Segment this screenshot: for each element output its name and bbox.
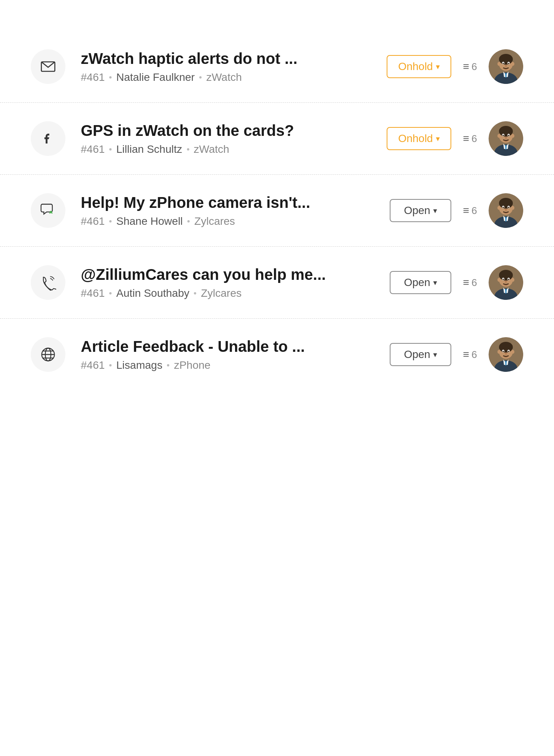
status-badge[interactable]: Onhold ▾ (387, 55, 451, 78)
svg-point-48 (511, 278, 514, 282)
meta-dot-1 (109, 148, 112, 151)
list-icon: ≡ (463, 276, 469, 289)
svg-point-35 (511, 206, 514, 210)
meta-dot-1 (109, 76, 112, 79)
status-badge[interactable]: Open ▾ (390, 199, 451, 222)
ticket-meta: #461 Shane Howell Zylcares (81, 215, 374, 227)
count-value: 6 (472, 61, 477, 73)
avatar (489, 265, 523, 300)
web-icon (31, 337, 65, 372)
svg-point-7 (497, 62, 501, 66)
ticket-assignee: Lisamags (116, 359, 162, 371)
count-value: 6 (472, 349, 477, 361)
ticket-count: ≡ 6 (463, 276, 477, 289)
avatar (489, 121, 523, 156)
ticket-actions: Onhold ▾ ≡ 6 (387, 49, 523, 84)
ticket-id: #461 (81, 287, 105, 299)
ticket-title: zWatch haptic alerts do not ... (81, 50, 371, 67)
status-label: Onhold (398, 60, 433, 73)
meta-dot-2 (187, 220, 190, 222)
meta-dot-2 (199, 76, 202, 79)
ticket-id: #461 (81, 359, 105, 371)
ticket-count: ≡ 6 (463, 204, 477, 217)
ticket-content: zWatch haptic alerts do not ... #461 Nat… (81, 50, 371, 84)
status-badge[interactable]: Open ▾ (390, 271, 451, 294)
ticket-item-1[interactable]: zWatch haptic alerts do not ... #461 Nat… (0, 31, 554, 103)
ticket-content: Article Feedback - Unable to ... #461 Li… (81, 338, 374, 371)
ticket-actions: Onhold ▾ ≡ 6 (387, 121, 523, 156)
ticket-brand: Zylcares (201, 287, 242, 299)
ticket-meta: #461 Autin Southaby Zylcares (81, 287, 374, 299)
svg-point-52 (508, 279, 509, 280)
avatar (489, 49, 523, 84)
meta-dot-1 (109, 292, 112, 294)
facebook-icon (31, 121, 65, 156)
list-icon: ≡ (463, 348, 469, 361)
svg-point-20 (497, 134, 501, 138)
ticket-brand: zPhone (174, 359, 210, 371)
count-value: 6 (472, 277, 477, 289)
svg-point-47 (497, 278, 501, 282)
svg-point-51 (502, 279, 504, 280)
ticket-meta: #461 Natalie Faulkner zWatch (81, 71, 371, 84)
svg-point-30 (499, 198, 513, 209)
ticket-meta: #461 Lisamags zPhone (81, 359, 374, 371)
svg-point-21 (511, 134, 514, 138)
ticket-title: Help! My zPhone camera isn't... (81, 194, 374, 211)
status-badge[interactable]: Onhold ▾ (387, 127, 451, 150)
svg-point-61 (499, 342, 513, 353)
count-value: 6 (472, 133, 477, 145)
chevron-down-icon: ▾ (436, 134, 440, 143)
svg-point-69 (502, 351, 504, 352)
ticket-assignee: Natalie Faulkner (116, 71, 195, 84)
ticket-content: Help! My zPhone camera isn't... #461 Sha… (81, 194, 374, 227)
list-icon: ≡ (463, 204, 469, 217)
ticket-id: #461 (81, 71, 105, 84)
svg-point-8 (511, 62, 514, 66)
ticket-content: @ZilliumCares can you help me... #461 Au… (81, 266, 374, 299)
ticket-actions: Open ▾ ≡ 6 (390, 193, 523, 228)
ticket-brand: zWatch (194, 143, 229, 156)
ticket-actions: Open ▾ ≡ 6 (390, 265, 523, 300)
ticket-count: ≡ 6 (463, 348, 477, 361)
chevron-down-icon: ▾ (436, 62, 440, 71)
ticket-item-5[interactable]: Article Feedback - Unable to ... #461 Li… (0, 319, 554, 390)
chevron-down-icon: ▾ (433, 206, 437, 215)
status-badge[interactable]: Open ▾ (390, 343, 451, 366)
ticket-item-3[interactable]: Help! My zPhone camera isn't... #461 Sha… (0, 175, 554, 247)
meta-dot-1 (109, 364, 112, 366)
svg-point-24 (502, 135, 504, 136)
svg-point-66 (511, 350, 514, 354)
ticket-content: GPS in zWatch on the cards? #461 Lillian… (81, 122, 371, 156)
ticket-title: Article Feedback - Unable to ... (81, 338, 374, 355)
avatar (489, 193, 523, 228)
ticket-assignee: Autin Southaby (116, 287, 189, 299)
svg-point-25 (508, 135, 509, 136)
svg-point-39 (508, 207, 509, 208)
list-icon: ≡ (463, 60, 469, 73)
status-label: Open (404, 204, 431, 217)
meta-dot-2 (167, 364, 169, 366)
chevron-down-icon: ▾ (433, 350, 437, 359)
svg-point-3 (499, 54, 513, 65)
meta-dot-1 (109, 220, 112, 222)
svg-point-13 (505, 65, 507, 67)
status-label: Open (404, 348, 431, 361)
chevron-down-icon: ▾ (433, 278, 437, 287)
ticket-meta: #461 Lillian Schultz zWatch (81, 143, 371, 156)
svg-point-26 (505, 137, 507, 139)
ticket-item-4[interactable]: @ZilliumCares can you help me... #461 Au… (0, 247, 554, 319)
ticket-assignee: Shane Howell (116, 215, 183, 227)
count-value: 6 (472, 205, 477, 217)
ticket-title: GPS in zWatch on the cards? (81, 122, 371, 139)
ticket-title: @ZilliumCares can you help me... (81, 266, 374, 283)
ticket-count: ≡ 6 (463, 132, 477, 145)
ticket-id: #461 (81, 215, 105, 227)
ticket-list: zWatch haptic alerts do not ... #461 Nat… (0, 0, 554, 421)
meta-dot-2 (194, 292, 196, 294)
svg-point-11 (502, 63, 504, 64)
svg-point-70 (508, 351, 509, 352)
email-icon (31, 49, 65, 84)
svg-point-34 (497, 206, 501, 210)
ticket-item-2[interactable]: GPS in zWatch on the cards? #461 Lillian… (0, 103, 554, 175)
